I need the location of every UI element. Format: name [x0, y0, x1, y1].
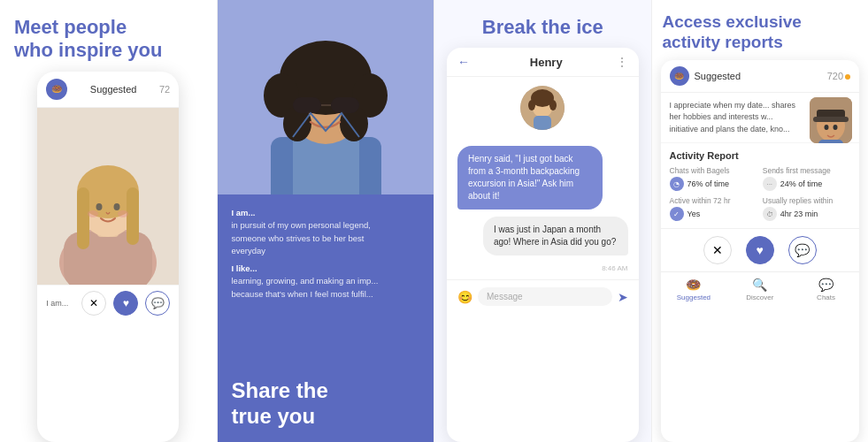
svg-point-35: [825, 125, 829, 130]
chat-footer: 😊 Message ➤: [447, 279, 639, 313]
chat-contact-name: Henry: [477, 56, 616, 69]
panel4-heading: Access exclusive activity reports: [652, 0, 869, 60]
svg-rect-22: [293, 97, 321, 113]
phone-top-bar: 🍩 Suggested 72: [37, 72, 179, 108]
chat-avatar: [520, 86, 565, 130]
text-preview: I am...: [46, 299, 68, 308]
svg-rect-34: [813, 117, 849, 122]
message-button[interactable]: 💬: [788, 236, 817, 264]
emoji-icon[interactable]: 😊: [457, 290, 472, 304]
message-input[interactable]: Message: [478, 287, 612, 306]
act-bio-preview: I appreciate when my date... shares her …: [661, 93, 860, 144]
svg-point-28: [528, 100, 535, 110]
panel-activity-reports: Access exclusive activity reports 🍩 Sugg…: [652, 0, 869, 442]
phone-mockup-1: 🍩 Suggested 72: [37, 72, 179, 442]
check-icon: ✓: [670, 207, 684, 221]
stat-chats: Chats with Bagels ◔ 76% of time: [670, 166, 757, 191]
chat-time: 8:46 AM: [457, 264, 628, 272]
svg-point-11: [118, 210, 128, 217]
notification-dot: [845, 74, 850, 80]
send-button[interactable]: ➤: [618, 290, 628, 304]
svg-rect-14: [293, 137, 359, 194]
svg-point-29: [549, 100, 557, 110]
phone-bottom-bar: I am... ✕ ♥ 💬: [37, 285, 179, 321]
like-button[interactable]: ♥: [113, 291, 138, 316]
activity-report: Activity Report Chats with Bagels ◔ 76% …: [661, 143, 860, 228]
more-options-button[interactable]: ⋮: [616, 55, 628, 69]
curly-hair-svg: [218, 0, 434, 194]
profile-photo-svg: [37, 108, 179, 285]
svg-rect-37: [818, 140, 843, 143]
clock-icon: ⏱: [763, 207, 777, 221]
suggested-nav-icon: 🍩: [686, 278, 701, 292]
panel-break-ice: Break the ice ← Henry ⋮ Henry said, "I j…: [434, 0, 652, 442]
bio-text-2: I like... learning, growing, and making …: [232, 263, 420, 301]
henry-avatar-svg: [520, 86, 565, 130]
svg-point-9: [114, 203, 120, 210]
dislike-button[interactable]: ✕: [81, 291, 106, 316]
svg-point-8: [96, 203, 103, 210]
pie-icon: ◔: [670, 177, 684, 191]
suggested-label: Suggested: [67, 84, 159, 95]
act-label: Suggested: [695, 71, 827, 81]
chat-header: ← Henry ⋮: [447, 48, 639, 77]
bio-text-1: I am... in pursuit of my own personal le…: [232, 207, 420, 257]
nav-chats[interactable]: 💬 Chats: [793, 278, 859, 301]
action-buttons: ✕ ♥ 💬: [81, 291, 170, 316]
man-photo-svg: [810, 97, 852, 143]
like-button[interactable]: ♥: [746, 236, 774, 264]
nav-discover[interactable]: 🔍 Discover: [726, 278, 793, 301]
panel1-heading: Meet people who inspire you: [0, 0, 217, 72]
report-title: Activity Report: [670, 150, 851, 161]
stat-reply-time: Usually replies within ⏱ 4hr 23 min: [763, 196, 850, 221]
bubble-from-them: Henry said, "I just got back from a 3-mo…: [457, 146, 603, 210]
act-num: 720: [827, 71, 850, 81]
nav-suggested[interactable]: 🍩 Suggested: [661, 278, 727, 301]
chats-nav-icon: 💬: [818, 278, 833, 292]
discover-nav-icon: 🔍: [752, 278, 767, 292]
bubble-from-me: I was just in Japan a month ago! Where i…: [483, 217, 628, 255]
profile-photo-top: [218, 0, 434, 194]
act-avatar: 🍩: [670, 66, 689, 86]
report-grid: Chats with Bagels ◔ 76% of time Sends fi…: [670, 166, 851, 221]
profile-photo-area: [37, 108, 179, 285]
panel3-heading: Break the ice: [434, 0, 651, 48]
stat-first-message: Sends first message ··· 24% of time: [763, 166, 850, 191]
suggested-num: 72: [159, 84, 170, 95]
act-side-photo: [810, 97, 852, 143]
svg-rect-7: [127, 187, 139, 245]
stat-active: Active within 72 hr ✓ Yes: [670, 196, 757, 221]
panel-meet-people: Meet people who inspire you 🍩 Suggested …: [0, 0, 218, 442]
chat-mockup: ← Henry ⋮ Henry said, "I just got back f…: [447, 48, 639, 442]
activity-mockup: 🍩 Suggested 720 I appreciate when my dat…: [661, 60, 860, 442]
svg-rect-6: [77, 187, 89, 249]
activity-nav: 🍩 Suggested 🔍 Discover 💬 Chats: [661, 271, 860, 305]
activity-actions: ✕ ♥ 💬: [661, 228, 860, 271]
svg-point-36: [833, 125, 838, 130]
message-button[interactable]: 💬: [145, 291, 170, 316]
svg-rect-30: [534, 116, 551, 130]
activity-header: 🍩 Suggested 720: [661, 60, 860, 93]
chat-messages: Henry said, "I just got back from a 3-mo…: [447, 139, 639, 279]
svg-point-10: [88, 210, 98, 217]
message-icon: ···: [763, 177, 777, 191]
svg-rect-23: [331, 97, 359, 113]
avatar-small: 🍩: [46, 79, 67, 100]
dislike-button[interactable]: ✕: [703, 236, 732, 264]
back-button[interactable]: ←: [457, 55, 470, 69]
panel2-tagline: Share the true you: [232, 378, 328, 430]
panel-share-you: I am... in pursuit of my own personal le…: [218, 0, 435, 442]
